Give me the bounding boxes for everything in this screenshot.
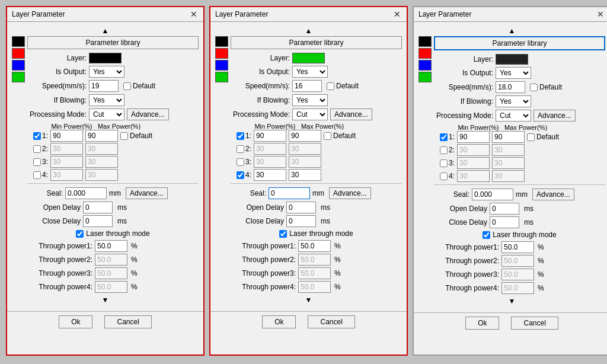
scroll-up[interactable]: ▲ (12, 25, 199, 36)
power-checkbox-1[interactable] (33, 132, 41, 140)
through-power-input-2[interactable] (501, 255, 534, 267)
open-delay-input[interactable] (286, 202, 316, 213)
is-output-select[interactable]: YesNo (89, 66, 124, 78)
through-power-unit-2: % (131, 256, 138, 264)
processing-mode-select[interactable]: CutEngrave (89, 108, 124, 120)
color-bar-item[interactable] (215, 60, 228, 71)
cancel-button[interactable]: Cancel (308, 315, 354, 328)
power-checkbox-4[interactable] (237, 171, 244, 179)
power-checkbox-3[interactable] (440, 159, 448, 167)
laser-through-checkbox[interactable] (76, 230, 84, 238)
min-power-input-1[interactable] (457, 131, 490, 143)
close-delay-input[interactable] (83, 215, 113, 227)
seal-advance-button[interactable]: Advance... (126, 187, 168, 199)
open-delay-input[interactable] (83, 202, 113, 213)
power-checkbox-4[interactable] (33, 171, 41, 179)
param-library-button[interactable]: Parameter library (434, 36, 605, 50)
close-button[interactable]: ✕ (189, 9, 199, 19)
color-bar-item[interactable] (418, 60, 432, 71)
color-bar-item[interactable] (12, 72, 25, 82)
laser-through-checkbox[interactable] (279, 230, 287, 238)
default-checkbox[interactable] (530, 84, 538, 91)
color-bar-item[interactable] (418, 72, 432, 82)
advance-button[interactable]: Advance... (330, 108, 372, 120)
ok-button[interactable]: Ok (262, 315, 296, 328)
scroll-down[interactable]: ▼ (215, 295, 402, 305)
min-power-input-1[interactable] (254, 130, 286, 142)
through-power-input-4[interactable] (95, 281, 127, 293)
power-checkbox-1[interactable] (237, 132, 244, 140)
scroll-down[interactable]: ▼ (418, 296, 605, 306)
max-power-input-1[interactable] (85, 130, 118, 142)
scroll-up[interactable]: ▲ (215, 25, 402, 36)
seal-advance-button[interactable]: Advance... (532, 189, 574, 200)
color-bar-item[interactable] (12, 48, 25, 59)
processing-mode-select[interactable]: CutEngrave (496, 110, 531, 122)
if-blowing-select[interactable]: YesNo (496, 95, 531, 107)
through-power-input-3[interactable] (298, 267, 331, 279)
color-bar-item[interactable] (215, 36, 228, 47)
power-checkbox-4[interactable] (440, 173, 448, 180)
dialog-title: Layer Parameter (215, 10, 268, 18)
seal-advance-button[interactable]: Advance... (329, 187, 371, 199)
color-bar-item[interactable] (12, 60, 25, 71)
close-button[interactable]: ✕ (392, 9, 402, 19)
min-power-input-4[interactable] (254, 169, 286, 181)
through-power-input-1[interactable] (298, 240, 331, 252)
power-checkbox-3[interactable] (237, 158, 244, 166)
seal-input[interactable] (472, 189, 513, 200)
close-delay-input[interactable] (490, 216, 519, 228)
param-library-button[interactable]: Parameter library (27, 36, 199, 49)
seal-input[interactable] (269, 187, 310, 199)
laser-through-checkbox[interactable] (483, 231, 490, 239)
through-power-input-3[interactable] (501, 269, 534, 280)
cancel-button[interactable]: Cancel (104, 315, 151, 328)
color-bar-item[interactable] (215, 48, 228, 59)
open-delay-input[interactable] (490, 203, 519, 215)
through-power-input-2[interactable] (298, 254, 331, 266)
through-power-input-3[interactable] (95, 267, 127, 279)
power-checkbox-1[interactable] (440, 133, 448, 141)
cancel-button[interactable]: Cancel (511, 317, 558, 330)
if-blowing-select[interactable]: YesNo (292, 94, 328, 106)
through-power-input-1[interactable] (501, 241, 534, 253)
color-bar-item[interactable] (418, 36, 432, 47)
processing-mode-select[interactable]: CutEngrave (292, 108, 328, 120)
if-blowing-select[interactable]: YesNo (89, 94, 124, 106)
power-default-checkbox[interactable] (527, 133, 535, 141)
max-power-input-1[interactable] (289, 130, 321, 142)
close-button[interactable]: ✕ (596, 9, 605, 19)
color-bar-item[interactable] (12, 36, 25, 47)
min-power-input-1[interactable] (50, 130, 83, 142)
speed-input[interactable] (292, 80, 322, 92)
max-power-input-1[interactable] (492, 131, 525, 143)
power-checkbox-2[interactable] (237, 145, 244, 153)
color-bar-item[interactable] (418, 48, 432, 59)
scroll-down[interactable]: ▼ (12, 295, 199, 305)
speed-input[interactable] (496, 81, 525, 93)
param-library-button[interactable]: Parameter library (231, 36, 402, 49)
advance-button[interactable]: Advance... (127, 108, 169, 120)
through-power-input-2[interactable] (95, 254, 127, 266)
seal-input[interactable] (65, 187, 107, 199)
power-checkbox-2[interactable] (33, 145, 41, 153)
is-output-select[interactable]: YesNo (496, 67, 531, 79)
through-power-input-4[interactable] (501, 282, 534, 294)
scroll-up[interactable]: ▲ (418, 25, 605, 36)
advance-button[interactable]: Advance... (533, 110, 576, 122)
power-checkbox-3[interactable] (33, 158, 41, 166)
ok-button[interactable]: Ok (59, 315, 92, 328)
max-power-input-4[interactable] (289, 169, 321, 181)
close-delay-input[interactable] (286, 215, 316, 227)
color-bar-item[interactable] (215, 72, 228, 82)
ok-button[interactable]: Ok (465, 317, 499, 330)
power-default-checkbox[interactable] (324, 132, 331, 140)
power-checkbox-2[interactable] (440, 146, 448, 154)
power-default-checkbox[interactable] (120, 132, 128, 140)
default-checkbox[interactable] (123, 82, 131, 90)
through-power-input-4[interactable] (298, 281, 331, 293)
through-power-input-1[interactable] (95, 240, 127, 252)
default-checkbox[interactable] (327, 82, 334, 90)
speed-input[interactable] (89, 80, 119, 92)
is-output-select[interactable]: YesNo (292, 66, 328, 78)
